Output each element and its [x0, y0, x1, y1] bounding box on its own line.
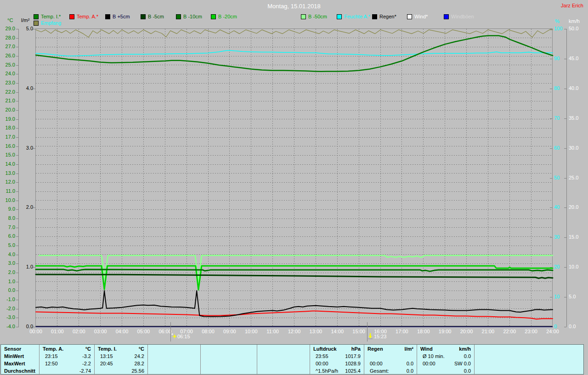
table-data-row — [201, 353, 257, 360]
legend-swatch — [301, 14, 306, 19]
rain-tick-label: 4.0 — [18, 85, 33, 91]
table-row-label: MinWert — [1, 353, 39, 360]
rain-tick-label: 2.0 — [18, 204, 33, 210]
legend-swatch — [444, 14, 449, 19]
table-cell-value: 0.0 — [407, 360, 417, 368]
table-cell-value — [197, 353, 200, 360]
legend-label: Wind* — [414, 14, 428, 19]
table-cell-time: ^1.5hPa/h — [310, 368, 338, 375]
celsius-tick-label: 6.0 — [1, 233, 15, 239]
celsius-tick-label: 12.0 — [1, 179, 15, 185]
table-cell-value: -2.74 — [79, 368, 94, 375]
celsius-tick-label: 24.0 — [1, 71, 15, 77]
time-tick-label: 08:00 — [198, 329, 218, 334]
author-label: Jarz Erich — [561, 3, 583, 8]
time-tick-label: 21:00 — [478, 329, 498, 334]
celsius-tick-label: -2.0 — [1, 306, 15, 312]
celsius-tick-label: 11.0 — [1, 188, 15, 194]
table-data-row — [148, 353, 200, 360]
rain-tick-label: 1.0 — [18, 264, 33, 270]
table-data-row: 23:15-3.2 — [40, 353, 94, 360]
celsius-tick-label: 15.0 — [1, 152, 15, 158]
table-row-label-text: Sensor — [1, 346, 21, 353]
table-header-name: Luftdruck — [310, 346, 337, 353]
legend-item-windben: Windböen — [444, 14, 474, 19]
table-cell-time — [148, 368, 153, 375]
legend-label: Feuchte A.* — [344, 14, 370, 19]
celsius-tick-label: 21.0 — [1, 98, 15, 104]
time-tick-label: 01:00 — [47, 329, 68, 334]
table-header-name — [257, 346, 260, 353]
legend-item-b+5cm: B +5cm — [105, 14, 130, 19]
time-tick-label: 12:00 — [284, 329, 305, 334]
time-tick-label: 17:00 — [392, 329, 412, 334]
time-tick-label: 22:00 — [499, 329, 520, 334]
table-data-row — [201, 360, 257, 368]
table-column-header — [257, 346, 310, 353]
time-tick-label: 20:00 — [457, 329, 477, 334]
humidity-tick-label: 20 — [554, 264, 566, 270]
statistics-table: SensorMinWertMaxWertDurchschnittTemp. A.… — [0, 344, 584, 375]
table-row-label-text: Durchschnitt — [1, 368, 35, 375]
sunset-time-label: 15:23 — [374, 334, 387, 339]
wind-tick-label: 35.0 — [569, 115, 584, 121]
table-cell-value — [580, 353, 583, 360]
table-cell-time — [475, 360, 480, 368]
rain-unit-label: l/m² — [21, 17, 29, 23]
table-data-row — [257, 353, 310, 360]
legend-label: Temp. A.* — [77, 14, 98, 19]
table-header-name: Temp. A. — [40, 346, 63, 353]
celsius-tick-label: 9.0 — [1, 206, 15, 212]
celsius-tick-label: 27.0 — [1, 44, 15, 50]
table-column-header — [148, 346, 200, 353]
celsius-tick-label: 18.0 — [1, 125, 15, 131]
celsius-tick-label: 10.0 — [1, 197, 15, 203]
humidity-tick-label: 10 — [554, 294, 566, 300]
table-header-unit — [306, 346, 310, 353]
table-cell-value: 28.2 — [135, 360, 147, 368]
time-tick-label: 09:00 — [220, 329, 240, 334]
table-header-unit — [254, 346, 257, 353]
table-data-row — [201, 368, 257, 375]
table-column-empty-3 — [201, 345, 257, 374]
table-header-unit: °C — [85, 346, 94, 353]
legend-swatch — [176, 14, 181, 19]
table-data-row — [364, 353, 417, 360]
table-data-row: 00:000.0 — [364, 360, 417, 368]
table-cell-time: 00:00 — [364, 360, 383, 368]
table-cell-time: Gesamt: — [364, 368, 389, 375]
table-data-row: Ø 10 min.0.0 — [417, 353, 474, 360]
celsius-tick-label: 0.0 — [1, 287, 15, 293]
table-cell-time — [257, 353, 263, 360]
legend-swatch — [337, 14, 342, 19]
legend-swatch — [105, 14, 110, 19]
table-data-row: 20:4528.2 — [95, 360, 147, 368]
table-column-header: LuftdruckhPa — [310, 346, 364, 353]
humidity-tick-label: 90 — [554, 56, 566, 62]
table-cell-time: 23:15 — [40, 353, 58, 360]
wind-tick-label: 15.0 — [569, 234, 584, 240]
legend-label: B -50cm — [308, 14, 327, 19]
humidity-tick-label: 40 — [554, 204, 566, 210]
table-cell-value: 0.0 — [407, 368, 417, 375]
table-data-row: 12:50-2.2 — [40, 360, 94, 368]
table-data-row: 00:001028.9 — [310, 360, 364, 368]
table-column-header: Temp. I.°C — [95, 346, 147, 353]
legend-label: Windböen — [451, 14, 474, 19]
wind-tick-label: 30.0 — [569, 145, 584, 151]
celsius-tick-label: 23.0 — [1, 80, 15, 86]
table-cell-value — [197, 360, 200, 368]
wind-tick-label: 5.0 — [569, 294, 584, 300]
time-tick-label: 00:00 — [26, 329, 46, 334]
table-cell-time: 12:50 — [40, 360, 58, 368]
table-header-name: Regen — [364, 346, 383, 353]
table-data-row — [148, 360, 200, 368]
legend-swatch — [141, 14, 146, 19]
table-header-unit — [580, 346, 583, 353]
table-data-row — [257, 368, 310, 375]
table-cell-time — [257, 368, 263, 375]
table-header-unit: km/h — [459, 346, 474, 353]
celsius-unit-label: °C — [7, 17, 13, 23]
time-tick-label: 14:00 — [327, 329, 347, 334]
sunrise-time-label: 06:15 — [177, 334, 190, 339]
